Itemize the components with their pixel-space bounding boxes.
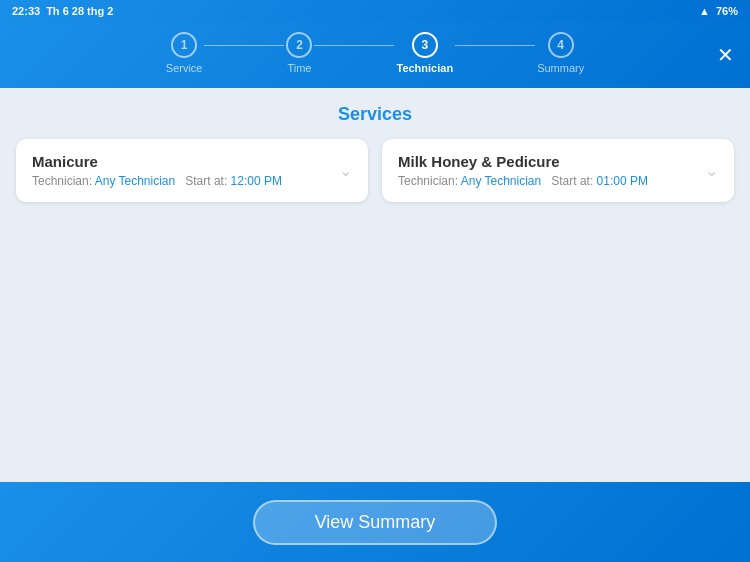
service-card-manicure[interactable]: Manicure Technician: Any Technician Star… xyxy=(16,139,368,202)
card-pedicure-tech-value: Any Technician xyxy=(461,174,542,188)
view-summary-button[interactable]: View Summary xyxy=(253,500,498,545)
card-pedicure-detail: Technician: Any Technician Start at: 01:… xyxy=(398,174,648,188)
step-1-circle: 1 xyxy=(171,32,197,58)
card-manicure-start-label: Start at: xyxy=(185,174,227,188)
step-4-label: Summary xyxy=(537,62,584,74)
status-date: Th 6 28 thg 2 xyxy=(46,5,113,17)
status-time: 22:33 xyxy=(12,5,40,17)
main-content: Services Manicure Technician: Any Techni… xyxy=(0,88,750,202)
card-manicure-detail: Technician: Any Technician Start at: 12:… xyxy=(32,174,282,188)
service-card-pedicure[interactable]: Milk Honey & Pedicure Technician: Any Te… xyxy=(382,139,734,202)
close-button[interactable]: ✕ xyxy=(717,45,734,65)
step-3[interactable]: 3 Technician xyxy=(396,32,453,74)
status-left: 22:33 Th 6 28 thg 2 xyxy=(12,5,113,17)
footer: View Summary xyxy=(0,482,750,562)
chevron-down-icon-2: ⌄ xyxy=(705,161,718,180)
step-connector-2 xyxy=(314,45,394,46)
battery-status: 76% xyxy=(716,5,738,17)
section-title: Services xyxy=(0,88,750,139)
step-3-label: Technician xyxy=(396,62,453,74)
card-manicure-start-time: 12:00 PM xyxy=(231,174,282,188)
step-indicator: 1 Service 2 Time 3 Technician 4 Summa xyxy=(20,32,730,74)
card-manicure-content: Manicure Technician: Any Technician Star… xyxy=(32,153,282,188)
cards-grid: Manicure Technician: Any Technician Star… xyxy=(0,139,750,202)
card-pedicure-content: Milk Honey & Pedicure Technician: Any Te… xyxy=(398,153,648,188)
card-pedicure-title: Milk Honey & Pedicure xyxy=(398,153,648,170)
card-pedicure-start-label: Start at: xyxy=(551,174,593,188)
header: 1 Service 2 Time 3 Technician 4 Summa xyxy=(0,22,750,88)
step-2[interactable]: 2 Time xyxy=(286,32,312,74)
status-right: ▲ 76% xyxy=(699,5,738,17)
step-1[interactable]: 1 Service xyxy=(166,32,203,74)
step-connector-3 xyxy=(455,45,535,46)
step-connector-1 xyxy=(204,45,284,46)
status-bar: 22:33 Th 6 28 thg 2 ▲ 76% xyxy=(0,0,750,22)
step-3-circle: 3 xyxy=(412,32,438,58)
step-2-circle: 2 xyxy=(286,32,312,58)
card-manicure-title: Manicure xyxy=(32,153,282,170)
step-2-label: Time xyxy=(287,62,311,74)
card-pedicure-tech-label: Technician: xyxy=(398,174,458,188)
chevron-down-icon: ⌄ xyxy=(339,161,352,180)
step-4[interactable]: 4 Summary xyxy=(537,32,584,74)
card-manicure-tech-label: Technician: xyxy=(32,174,92,188)
card-manicure-tech-value: Any Technician xyxy=(95,174,176,188)
step-4-circle: 4 xyxy=(548,32,574,58)
card-pedicure-start-time: 01:00 PM xyxy=(597,174,648,188)
wifi-icon: ▲ xyxy=(699,5,710,17)
step-1-label: Service xyxy=(166,62,203,74)
